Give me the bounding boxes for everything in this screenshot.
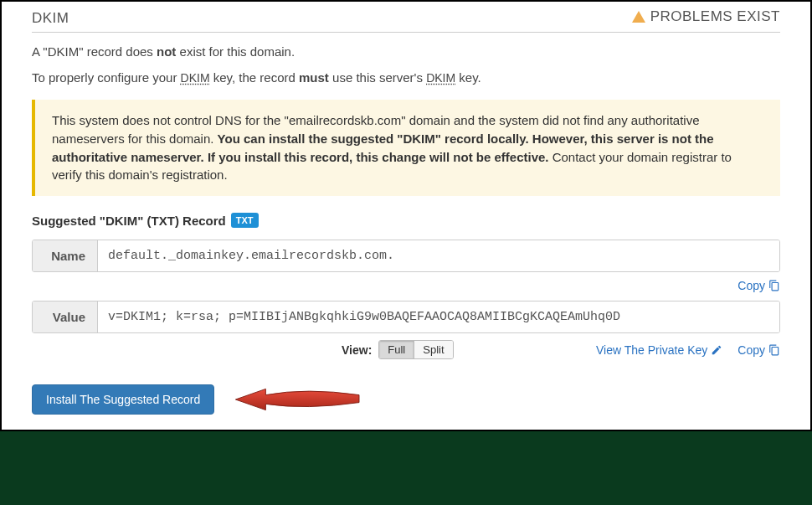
value-field-label: Value (33, 301, 98, 332)
copy-icon (768, 280, 780, 291)
copy-value-link[interactable]: Copy (737, 343, 780, 357)
txt-badge: TXT (231, 213, 259, 228)
view-split-button[interactable]: Split (414, 341, 452, 358)
info-line-1: A "DKIM" record does not exist for this … (32, 44, 780, 59)
name-field-row: Name (32, 240, 780, 272)
copy-icon (768, 344, 780, 356)
copy-name-link[interactable]: Copy (737, 279, 780, 292)
info-line-2: To properly configure your DKIM key, the… (32, 70, 780, 85)
view-private-key-link[interactable]: View The Private Key (596, 343, 722, 357)
warning-callout: This system does not control DNS for the… (32, 100, 780, 196)
suggested-record-heading: Suggested "DKIM" (TXT) Record TXT (32, 213, 780, 228)
status-text: PROBLEMS EXIST (650, 8, 780, 25)
status-badge: PROBLEMS EXIST (632, 8, 780, 25)
annotation-arrow (231, 384, 367, 415)
install-suggested-record-button[interactable]: Install The Suggested Record (32, 384, 214, 415)
view-label: View: (342, 343, 372, 357)
value-field-row: Value (32, 301, 780, 333)
pencil-icon (711, 344, 722, 356)
warning-icon (632, 11, 645, 23)
value-field-input[interactable] (98, 301, 779, 332)
name-field-input[interactable] (98, 240, 779, 271)
name-field-label: Name (33, 240, 98, 271)
section-title: DKIM (32, 10, 69, 27)
view-full-button[interactable]: Full (379, 341, 414, 358)
view-toggle: Full Split (378, 340, 453, 359)
